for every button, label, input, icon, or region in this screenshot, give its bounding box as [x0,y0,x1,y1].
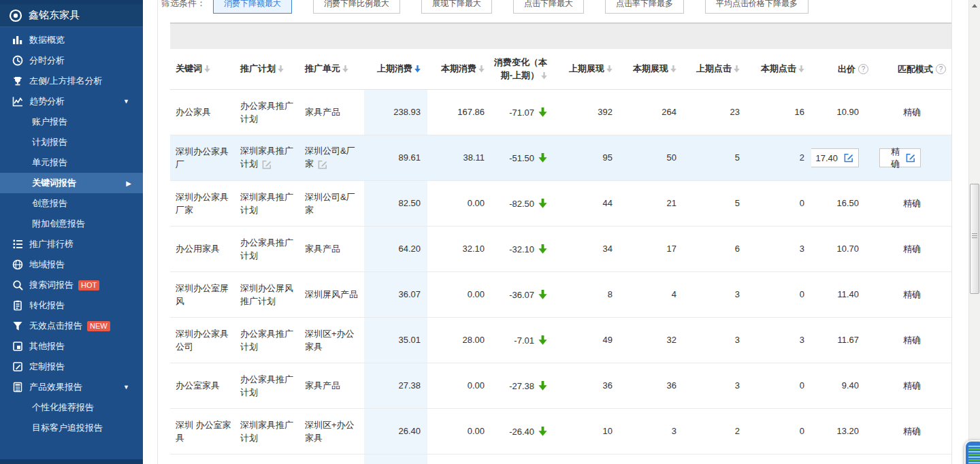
sort-arrow-icon [478,63,485,76]
scrollbar-thumb[interactable] [970,184,979,294]
sidebar-item-2[interactable]: 左侧/上方排名分析 [0,71,143,91]
filter-buttons: 消费下降额最大消费下降比例最大展现下降最大点击下降最大点击率下降最多平均点击价格… [213,0,830,14]
editable-bid[interactable]: 17.40 [811,148,859,167]
vertical-scrollbar[interactable] [968,0,980,464]
cell-prev_clk [682,454,747,464]
table-row[interactable]: 办公室家具办公家具推广计划家具产品27.380.00-27.383636309.… [170,363,951,409]
cell-prev_cost [364,454,427,464]
cell-cur_cost: 38.11 [427,135,489,180]
sidebar-item-label: 计划报告 [32,136,67,148]
help-icon[interactable]: ? [936,64,946,74]
cell-keyword: 办公用家具 [170,227,235,271]
content-right-divider [951,0,952,464]
col-header-3[interactable]: 上期消费 [364,49,427,89]
col-header-9[interactable]: 本期点击 [747,49,811,89]
sidebar-item-17[interactable]: 产品效果报告▼ [0,377,143,397]
col-header-6[interactable]: 上期展现 [553,49,618,89]
filter-button-3[interactable]: 点击下降最大 [513,0,584,14]
editable-match[interactable]: 精确 [879,148,921,167]
cell-unit: 深圳区+办公家具 [299,318,364,363]
cell-cur_imp: 3 [618,409,682,454]
sidebar-item-13[interactable]: 转化报告 [0,295,143,316]
sidebar-item-5[interactable]: 计划报告 [0,132,143,152]
filter-button-1[interactable]: 消费下降比例最大 [313,0,400,14]
sidebar-item-14[interactable]: 无效点击报告NEW [0,316,143,336]
ranking-icon [12,239,23,250]
table-row[interactable]: 办公家具办公家具推广计划家具产品238.93167.86-71.07392264… [170,90,951,135]
help-icon[interactable]: ? [858,64,868,74]
table-row[interactable]: 深圳 办公室家具深圳家具推广计划深圳区+办公家具26.400.00-26.401… [170,409,951,454]
table-row[interactable]: 深圳办公家具厂深圳家具推广计划深圳公司&厂家89.6138.11-51.5095… [170,135,951,181]
col-header-8[interactable]: 上期点击 [682,49,747,89]
edit-icon[interactable] [318,159,327,172]
col-header-2[interactable]: 推广单元 [299,49,364,89]
cell-unit: 家具产品 [299,90,364,135]
account-logo-row[interactable]: 鑫铭东家具 [0,4,143,27]
col-header-7[interactable]: 本期展现 [618,49,682,89]
table-row[interactable]: 办公用家具办公家具推广计划家具产品64.2032.10-32.103417631… [170,227,951,272]
cell-cur_cost: 167.86 [427,90,489,135]
filter-button-4[interactable]: 点击率下降最多 [605,0,684,14]
cell-cur_imp: 21 [618,181,682,226]
cell-unit: 深圳公司&厂家 [299,135,364,180]
col-header-5[interactable]: 消费变化（本期-上期） [489,49,553,89]
sidebar-item-4[interactable]: 账户报告 [0,112,143,132]
sidebar-item-1[interactable]: 分时分析 [0,50,143,71]
trophy-icon [12,76,23,86]
sidebar-item-18[interactable]: 个性化推荐报告 [0,397,143,418]
chevron-down-icon[interactable]: ▼ [123,98,129,105]
chevron-right-icon[interactable]: ▶ [126,180,131,187]
table-row[interactable]: 深圳办公家具公司办公家具推广计划深圳区+办公家具35.0128.00-7.014… [170,318,951,363]
col-header-label: 推广单元 [305,62,348,76]
col-header-11[interactable]: 匹配模式? [879,49,951,89]
cell-plan: 办公家具推广计划 [235,318,299,363]
edit-icon[interactable] [906,153,915,163]
sidebar-item-9[interactable]: 附加创意报告 [0,214,143,234]
cell-match: 精确 [879,318,951,363]
table-row[interactable]: 深圳办公室屏风深圳办公屏风推广计划深圳屏风产品36.070.00-36.0784… [170,272,951,318]
sidebar-item-11[interactable]: 地域报告 [0,254,143,275]
cell-prev_clk: 23 [682,90,747,135]
cell-cur_imp: 32 [618,318,682,363]
filter-button-2[interactable]: 展现下降最大 [421,0,492,14]
pencil-icon [12,361,23,372]
chevron-down-icon[interactable]: ▼ [123,384,129,391]
sidebar-item-3[interactable]: 趋势分析▼ [0,91,143,112]
edit-icon[interactable] [262,159,272,172]
edit-icon[interactable] [844,153,853,163]
sidebar-item-8[interactable]: 创意报告 [0,193,143,214]
cell-plan [235,454,299,464]
cell-cur_imp: 17 [618,227,682,271]
col-header-label: 本期点击 [761,62,804,76]
sidebar-item-15[interactable]: 其他报告 [0,336,143,357]
decrease-arrow-icon [538,107,547,118]
col-header-4[interactable]: 本期消费 [427,49,489,89]
table-header-row: 关键词推广计划推广单元上期消费本期消费消费变化（本期-上期）上期展现本期展现上期… [170,49,951,90]
sidebar-item-label: 趋势分析 [29,95,65,107]
col-header-0[interactable]: 关键词 [170,49,235,89]
sidebar-item-12[interactable]: 搜索词报告HOT [0,275,143,295]
cell-match: 精确 [879,409,951,454]
col-header-1[interactable]: 推广计划 [235,49,299,89]
sidebar-item-6[interactable]: 单元报告 [0,152,143,173]
filter-button-5[interactable]: 平均点击价格下降最多 [705,0,808,14]
cell-bid [811,454,879,464]
table-row[interactable]: 深圳办公家具厂家深圳家具推广计划深圳公司&厂家82.500.00-82.5044… [170,181,951,227]
sidebar-item-0[interactable]: 数据概览 [0,30,143,50]
scrollbar-up-arrow-icon[interactable] [972,4,977,7]
cell-match: 精确 [879,272,951,317]
col-header-10[interactable]: 出价? [811,49,879,89]
cell-cur_cost: 0.00 [427,409,489,454]
sort-arrow-icon [734,63,740,76]
sidebar-item-10[interactable]: 推广排行榜 [0,234,143,254]
sidebar-item-7[interactable]: 关键词报告▶ [0,173,143,193]
sidebar-item-16[interactable]: 定制报告 [0,357,143,377]
sidebar-item-label: 推广排行榜 [29,238,74,250]
filter-button-0[interactable]: 消费下降额最大 [213,0,292,14]
cell-cur_cost: 0.00 [427,272,489,317]
cell-change: -71.07 [489,90,553,135]
cell-change: -7.01 [489,318,553,363]
sidebar-item-19[interactable]: 目标客户追投报告 [0,418,143,438]
floating-widget-button[interactable] [964,440,980,464]
sort-arrow-icon [342,63,348,76]
